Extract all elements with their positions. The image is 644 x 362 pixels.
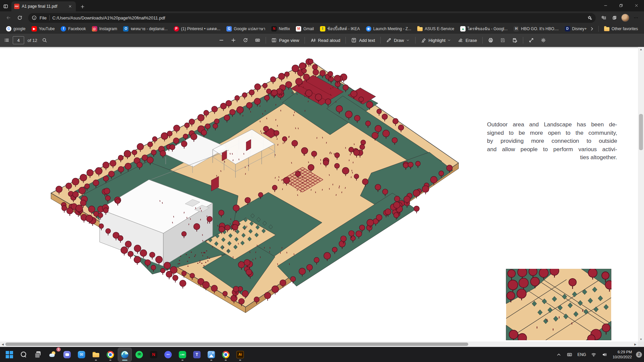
bookmarks-overflow-button[interactable] [588, 25, 596, 33]
collections-button[interactable] [610, 13, 619, 22]
horizontal-scrollbar[interactable]: ◀ ▶ [0, 342, 638, 347]
favorites-button[interactable] [599, 13, 608, 22]
fit-to-width-button[interactable] [252, 36, 263, 45]
add-text-button[interactable]: Add text [348, 36, 378, 45]
bookmark-label: ไดรฟ์ของฉัน - Googl... [468, 25, 507, 32]
horizontal-scroll-thumb[interactable] [5, 343, 468, 346]
bookmark-item[interactable]: MGmail [293, 25, 316, 33]
edge-button[interactable] [118, 348, 131, 361]
print-button[interactable] [485, 36, 496, 45]
bookmark-item[interactable]: ◉Launch Meeting - Z... [363, 25, 414, 33]
close-window-button[interactable] [629, 0, 644, 11]
search-button[interactable] [17, 348, 31, 361]
google-translate-icon: G [226, 26, 232, 32]
bookmark-item[interactable]: ◎Instagram [89, 25, 120, 33]
bookmark-item[interactable]: ▶YouTube [29, 25, 57, 33]
line-button[interactable]: LINE [176, 348, 189, 361]
tab-pdf[interactable]: PDF A1 page final 11.pdf [11, 1, 76, 11]
spotify-button[interactable] [132, 348, 146, 361]
bookmarks-list: Ggoogle▶YouTubefFacebook◎InstagramOจดหมา… [3, 24, 588, 33]
bookmark-item[interactable]: GGoogle แปลภาษา [224, 24, 268, 33]
new-tab-button[interactable] [78, 2, 87, 11]
tab-title: A1 page final 11.pdf [22, 4, 65, 9]
bookmark-item[interactable]: HHBO GO. It's HBO.... [511, 25, 561, 33]
page-view-button[interactable]: Page view [268, 36, 302, 45]
vertical-scroll-thumb[interactable] [639, 114, 643, 150]
document-outline-icon[interactable] [4, 38, 9, 43]
search-icon[interactable] [42, 38, 47, 43]
pdf-favicon: PDF [14, 4, 19, 9]
restore-button[interactable] [613, 0, 629, 11]
hbo-go-icon: H [514, 26, 519, 32]
settings-button[interactable] [538, 36, 549, 45]
read-aloud-button[interactable]: Read aloud [307, 36, 343, 45]
chrome-2-button[interactable] [219, 348, 232, 361]
refresh-button[interactable] [15, 13, 25, 23]
photos-button[interactable] [205, 348, 218, 361]
url-field[interactable]: File C:/Users/Asus/Downloads/A1%20page%2… [28, 13, 596, 23]
netflix-button[interactable]: N [147, 348, 160, 361]
folder-icon [417, 27, 423, 31]
mail-button[interactable]: ✉ [75, 348, 88, 361]
vertical-scrollbar[interactable]: ▲ ▼ [638, 47, 644, 342]
bookmark-item[interactable]: Iช้อปปิ้งลิสต์ - IKEA [317, 24, 363, 33]
erase-button[interactable]: Erase [455, 36, 480, 45]
chrome-button[interactable] [104, 348, 117, 361]
teams-button[interactable]: T [190, 348, 204, 361]
save-button [497, 36, 508, 45]
bookmark-item[interactable]: Ggoogle [3, 25, 28, 33]
task-view-button[interactable] [32, 348, 45, 361]
bookmark-label: Launch Meeting - Z... [373, 26, 411, 31]
bookmark-item[interactable]: fFacebook [58, 25, 89, 33]
bookmark-item[interactable]: DDisney+ Hotstar [562, 25, 588, 33]
chat-button[interactable] [60, 348, 74, 361]
time-label: 6:29 PM [612, 350, 632, 355]
bookmark-item[interactable]: Oจดหมาย - dejdanai... [120, 24, 170, 33]
page-number-input[interactable]: 4 [13, 36, 24, 44]
disney-hotstar-icon: D [565, 26, 570, 32]
scroll-down-arrow[interactable]: ▼ [638, 337, 644, 342]
mail-icon: ✉ [78, 351, 85, 358]
notification-count-badge[interactable]: 2 [636, 352, 642, 358]
tab-close-button[interactable] [67, 3, 73, 9]
divider [49, 15, 50, 20]
zoom-in-button[interactable] [228, 36, 239, 45]
running-indicator [210, 360, 212, 361]
file-explorer-button[interactable] [89, 348, 103, 361]
profile-button[interactable] [621, 13, 630, 22]
widgets-button[interactable]: 1 [46, 348, 59, 361]
bookmark-label: google [13, 26, 25, 31]
scroll-left-arrow[interactable]: ◀ [0, 342, 5, 347]
add-favorite-icon[interactable] [587, 15, 592, 20]
illustrator-button[interactable]: Ai [233, 348, 247, 361]
rotate-button[interactable] [240, 36, 251, 45]
tab-actions-button[interactable] [0, 1, 11, 11]
volume-button[interactable] [600, 349, 609, 360]
clock[interactable]: 6:29 PM 10/20/2022 [610, 350, 634, 360]
bookmark-item[interactable]: ASUS E-Service [415, 25, 457, 32]
tab-strip: PDF A1 page final 11.pdf [0, 0, 644, 11]
browser-menu-button[interactable] [631, 13, 641, 22]
scroll-up-arrow[interactable]: ▲ [638, 47, 644, 52]
other-favorites-button[interactable]: Other favorites [601, 25, 641, 32]
network-button[interactable] [589, 349, 598, 360]
scroll-right-arrow[interactable]: ▶ [633, 342, 638, 347]
outlook-icon: O [123, 26, 128, 32]
minimize-button[interactable] [598, 0, 613, 11]
draw-button[interactable]: Draw [383, 36, 413, 45]
info-icon[interactable] [32, 15, 37, 20]
language-indicator[interactable]: ENG [576, 352, 588, 357]
bookmark-item[interactable]: ▲ไดรฟ์ของฉัน - Googl... [458, 24, 510, 33]
touch-keyboard-button[interactable] [565, 349, 574, 360]
discord-button[interactable] [161, 348, 175, 361]
highlight-button[interactable]: Highlight [418, 36, 454, 45]
fullscreen-button[interactable] [526, 36, 537, 45]
save-icon [500, 38, 505, 43]
bookmark-item[interactable]: NNetflix [269, 25, 292, 33]
start-button[interactable] [3, 348, 16, 361]
save-as-button[interactable] [509, 36, 521, 45]
zoom-out-button[interactable] [216, 36, 227, 45]
bookmark-item[interactable]: P(1) Pinterest • แดดด... [171, 24, 223, 33]
plus-icon [231, 38, 236, 43]
tray-overflow-button[interactable] [554, 349, 564, 360]
